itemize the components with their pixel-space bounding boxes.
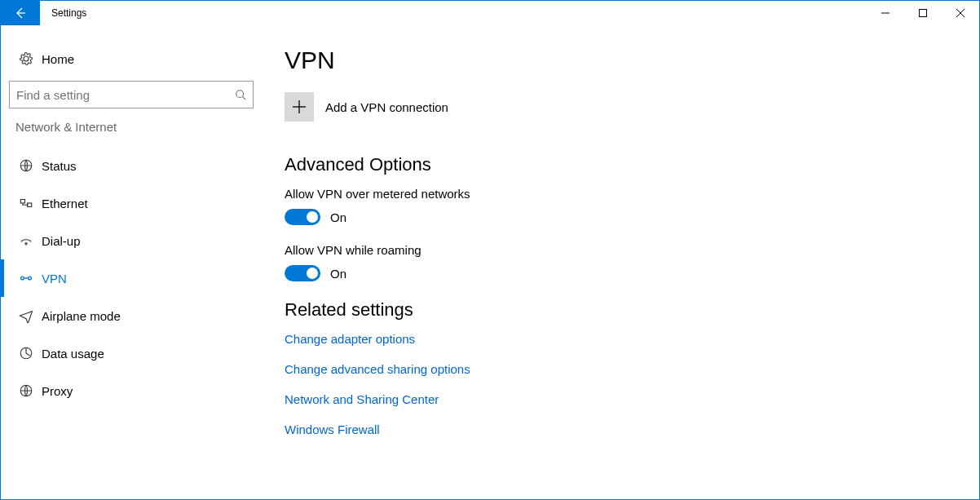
settings-window: Settings Home [0, 0, 980, 500]
gear-icon [15, 51, 37, 66]
main-content: VPN Add a VPN connection Advanced Option… [262, 25, 979, 499]
window-controls [867, 1, 979, 25]
dialup-icon [15, 233, 37, 248]
setting-metered-label: Allow VPN over metered networks [285, 187, 979, 201]
search-container [1, 81, 262, 108]
sidebar-item-ethernet[interactable]: Ethernet [1, 184, 262, 222]
sidebar-section-label: Network & Internet [1, 120, 262, 134]
sidebar-item-label: Ethernet [37, 197, 88, 210]
link-advanced-sharing[interactable]: Change advanced sharing options [285, 362, 979, 376]
sidebar-item-label: Status [37, 159, 77, 173]
svg-point-11 [21, 277, 24, 280]
add-vpn-label: Add a VPN connection [325, 100, 448, 114]
sidebar-home-label: Home [37, 52, 74, 66]
data-usage-icon [15, 346, 37, 361]
airplane-icon [15, 308, 37, 323]
sidebar-item-label: Dial-up [37, 234, 81, 248]
sidebar-item-label: Proxy [37, 384, 73, 398]
toggle-metered[interactable] [285, 209, 320, 225]
sidebar-item-datausage[interactable]: Data usage [1, 334, 262, 372]
vpn-icon [15, 271, 37, 285]
ethernet-icon [15, 196, 37, 210]
proxy-icon [15, 383, 37, 398]
sidebar-item-home[interactable]: Home [1, 40, 262, 77]
plus-icon [285, 92, 314, 122]
maximize-button[interactable] [904, 1, 942, 25]
window-title: Settings [40, 1, 867, 25]
advanced-options-heading: Advanced Options [285, 154, 979, 175]
sidebar-item-airplane[interactable]: Airplane mode [1, 297, 262, 334]
toggle-knob [307, 268, 318, 279]
sidebar-item-label: VPN [37, 272, 67, 285]
sidebar-item-label: Airplane mode [37, 309, 121, 323]
setting-roaming-toggle-row: On [285, 265, 979, 281]
titlebar: Settings [1, 1, 979, 25]
toggle-roaming[interactable] [285, 265, 320, 281]
toggle-metered-state: On [330, 210, 347, 224]
svg-point-12 [29, 277, 32, 280]
sidebar-item-status[interactable]: Status [1, 147, 262, 184]
related-settings: Related settings Change adapter options … [285, 299, 979, 436]
sidebar-item-dialup[interactable]: Dial-up [1, 222, 262, 259]
svg-rect-8 [20, 200, 24, 204]
close-icon [956, 9, 965, 17]
svg-point-10 [25, 243, 27, 245]
search-input[interactable] [16, 88, 235, 102]
status-icon [15, 158, 37, 173]
sidebar-item-label: Data usage [37, 347, 104, 361]
setting-metered-toggle-row: On [285, 209, 979, 225]
svg-point-5 [236, 91, 244, 98]
link-adapter-options[interactable]: Change adapter options [285, 332, 979, 346]
svg-rect-2 [920, 10, 927, 17]
search-box[interactable] [9, 81, 254, 108]
minimize-button[interactable] [867, 1, 904, 25]
search-icon [235, 89, 246, 100]
related-settings-heading: Related settings [285, 299, 979, 321]
maximize-icon [919, 9, 927, 17]
back-button[interactable] [1, 1, 40, 25]
setting-roaming-label: Allow VPN while roaming [285, 243, 979, 257]
sidebar: Home Network & Internet Status Eth [1, 25, 262, 499]
toggle-knob [307, 211, 318, 223]
toggle-roaming-state: On [330, 267, 347, 281]
close-button[interactable] [942, 1, 979, 25]
body: Home Network & Internet Status Eth [1, 25, 979, 499]
arrow-left-icon [14, 7, 27, 20]
link-network-sharing-center[interactable]: Network and Sharing Center [285, 392, 979, 406]
sidebar-item-proxy[interactable]: Proxy [1, 372, 262, 409]
svg-line-6 [243, 97, 246, 100]
page-title: VPN [285, 46, 979, 74]
minimize-icon [881, 9, 890, 17]
add-vpn-button[interactable]: Add a VPN connection [285, 92, 979, 122]
sidebar-item-vpn[interactable]: VPN [1, 259, 262, 297]
link-windows-firewall[interactable]: Windows Firewall [285, 423, 979, 436]
